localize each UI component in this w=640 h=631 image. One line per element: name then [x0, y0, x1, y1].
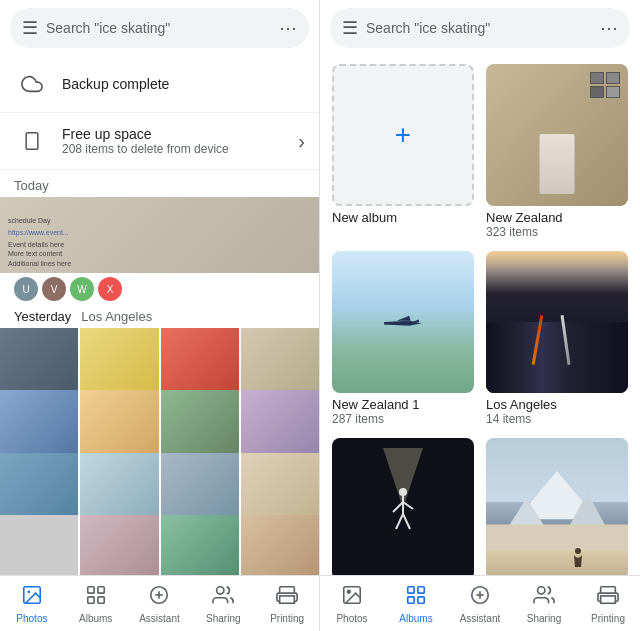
los-angeles-title: Los Angeles [486, 397, 628, 412]
photo-cell-16[interactable] [241, 515, 319, 575]
right-search-text: Search "ice skating" [366, 20, 600, 36]
right-printing-icon [597, 584, 619, 611]
svg-rect-4 [87, 586, 93, 592]
right-nav-assistant[interactable]: Assistant [448, 576, 512, 631]
svg-rect-7 [98, 596, 104, 602]
svg-rect-29 [418, 586, 424, 592]
svg-line-18 [396, 514, 403, 529]
new-album-thumb: + [332, 64, 474, 206]
album-new-zealand[interactable]: New Zealand 323 items [486, 64, 628, 239]
performance-thumb [332, 438, 474, 575]
svg-point-27 [347, 590, 350, 593]
left-nav-photos[interactable]: Photos [0, 576, 64, 631]
left-sharing-icon [212, 584, 234, 611]
right-search-bar[interactable]: ☰ Search "ice skating" ⋯ [330, 8, 630, 48]
left-photos-label: Photos [16, 613, 47, 624]
left-assistant-icon [148, 584, 170, 611]
right-assistant-icon [469, 584, 491, 611]
left-albums-icon [85, 584, 107, 611]
right-printing-label: Printing [591, 613, 625, 624]
mountain-thumb [486, 438, 628, 575]
album-mountain[interactable] [486, 438, 628, 575]
svg-point-25 [575, 548, 581, 554]
new-zealand-thumb [486, 64, 628, 206]
left-search-bar[interactable]: ☰ Search "ice skating" ⋯ [10, 8, 309, 48]
svg-rect-30 [408, 596, 414, 602]
album-new[interactable]: + New album [332, 64, 474, 239]
right-nav-printing[interactable]: Printing [576, 576, 640, 631]
yesterday-label: Yesterday [14, 309, 71, 324]
right-albums-icon [405, 584, 427, 611]
left-printing-icon [276, 584, 298, 611]
plus-icon: + [395, 119, 411, 151]
photo-cell-15[interactable] [161, 515, 239, 575]
svg-point-14 [399, 488, 407, 496]
right-menu-icon[interactable]: ☰ [342, 17, 358, 39]
left-assistant-label: Assistant [139, 613, 180, 624]
left-panel: ☰ Search "ice skating" ⋯ Backup complete… [0, 0, 320, 631]
left-search-more-icon[interactable]: ⋯ [279, 17, 297, 39]
left-nav-printing[interactable]: Printing [255, 576, 319, 631]
left-albums-label: Albums [79, 613, 112, 624]
svg-line-19 [403, 514, 410, 529]
new-album-title: New album [332, 210, 474, 225]
photo-cell-13[interactable] [0, 515, 78, 575]
backup-text: Backup complete [62, 76, 305, 92]
svg-point-35 [538, 586, 545, 593]
new-zealand-1-thumb [332, 251, 474, 393]
right-nav-photos[interactable]: Photos [320, 576, 384, 631]
photo-cell-14[interactable] [80, 515, 158, 575]
right-nav-albums[interactable]: Albums [384, 576, 448, 631]
right-search-more-icon[interactable]: ⋯ [600, 17, 618, 39]
free-space-sub: 208 items to delete from device [62, 142, 298, 156]
album-performance[interactable] [332, 438, 474, 575]
phone-icon [14, 123, 50, 159]
los-angeles-count: 14 items [486, 412, 628, 426]
avatar-1: U [14, 277, 38, 301]
new-zealand-title: New Zealand [486, 210, 628, 225]
svg-rect-36 [601, 595, 616, 602]
svg-rect-5 [98, 586, 104, 592]
album-los-angeles[interactable]: Los Angeles 14 items [486, 251, 628, 426]
avatar-3: W [70, 277, 94, 301]
left-bottom-nav: Photos Albums Assistant Sharing Printing [0, 575, 319, 631]
svg-point-11 [217, 586, 224, 593]
svg-rect-24 [486, 525, 628, 552]
svg-rect-12 [280, 595, 295, 602]
today-label: Today [0, 170, 319, 197]
new-zealand-1-count: 287 items [332, 412, 474, 426]
right-nav-sharing[interactable]: Sharing [512, 576, 576, 631]
avatar-4: X [98, 277, 122, 301]
svg-rect-0 [26, 133, 38, 150]
left-nav-assistant[interactable]: Assistant [128, 576, 192, 631]
right-photos-icon [341, 584, 363, 611]
left-sharing-label: Sharing [206, 613, 240, 624]
backup-title: Backup complete [62, 76, 305, 92]
svg-rect-13 [384, 322, 387, 325]
aircraft-scene [332, 251, 474, 393]
free-space-text: Free up space 208 items to delete from d… [62, 126, 298, 156]
right-sharing-label: Sharing [527, 613, 561, 624]
free-space-title: Free up space [62, 126, 298, 142]
cloud-icon [14, 66, 50, 102]
right-sharing-icon [533, 584, 555, 611]
free-space-notification[interactable]: Free up space 208 items to delete from d… [0, 113, 319, 170]
mountain-scene [486, 438, 628, 575]
svg-rect-28 [408, 586, 414, 592]
svg-line-17 [403, 502, 413, 509]
today-photo-strip[interactable]: schedule Day https://www.event... Event … [0, 197, 319, 273]
avatar-2: V [42, 277, 66, 301]
free-space-arrow-icon[interactable]: › [298, 130, 305, 153]
svg-point-3 [27, 590, 30, 593]
today-text-content: schedule Day https://www.event... Event … [8, 216, 71, 269]
left-menu-icon[interactable]: ☰ [22, 17, 38, 39]
today-avatars: U V W X [0, 273, 319, 303]
svg-line-16 [393, 502, 403, 512]
svg-rect-6 [87, 596, 93, 602]
left-nav-sharing[interactable]: Sharing [191, 576, 255, 631]
perf-scene [332, 438, 474, 575]
left-nav-albums[interactable]: Albums [64, 576, 128, 631]
yesterday-row: Yesterday Los Angeles [0, 303, 319, 328]
left-photos-icon [21, 584, 43, 611]
album-new-zealand-1[interactable]: New Zealand 1 287 items [332, 251, 474, 426]
